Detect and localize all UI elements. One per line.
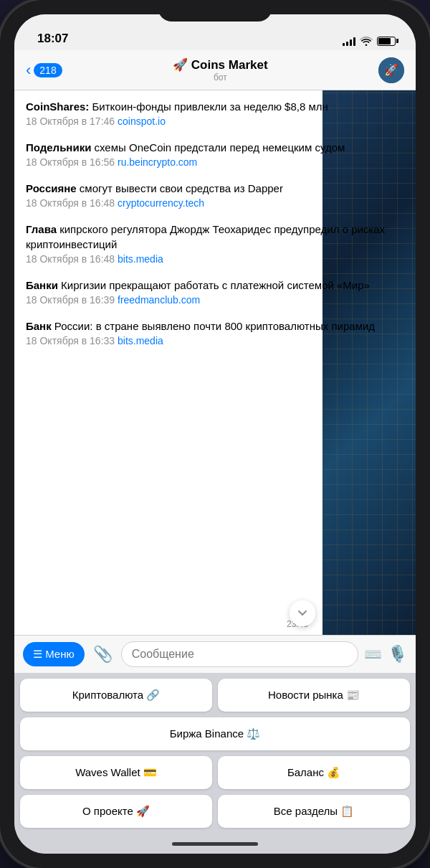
news-bold: Банки <box>26 279 58 291</box>
news-text: Россияне смогут вывести свои средства из… <box>26 181 404 196</box>
binance-button[interactable]: Биржа Binance ⚖️ <box>20 717 410 750</box>
svg-text:🚀: 🚀 <box>384 63 398 77</box>
battery-icon <box>377 37 396 46</box>
home-indicator <box>14 834 416 854</box>
nav-subtitle: бот <box>214 72 227 82</box>
home-bar <box>172 842 258 846</box>
news-meta: 18 Октября в 16:56 ru.beincrypto.com <box>26 156 404 168</box>
microphone-icon[interactable]: 🎙️ <box>388 645 407 664</box>
nav-bar: ‹ 218 🚀 Coins Market бот 🚀 <box>14 50 416 90</box>
about-button[interactable]: О проекте 🚀 <box>20 795 212 828</box>
scroll-down-button[interactable] <box>290 600 315 626</box>
list-item: Глава кипрского регулятора Джордж Теохар… <box>26 222 404 265</box>
news-text: Подельники схемы OneCoin предстали перед… <box>26 140 404 155</box>
market-news-button[interactable]: Новости рынка 📰 <box>218 679 410 712</box>
signal-icon <box>343 36 355 46</box>
all-sections-button[interactable]: Все разделы 📋 <box>218 795 410 828</box>
notch <box>158 0 272 22</box>
list-item: Подельники схемы OneCoin предстали перед… <box>26 140 404 168</box>
input-bar: ☰ Меню 📎 ⌨️ 🎙️ <box>14 635 416 673</box>
waves-wallet-button[interactable]: Waves Wallet 💳 <box>20 756 212 789</box>
news-link[interactable]: freedmanclub.com <box>118 294 200 306</box>
news-bold: Глава <box>26 223 57 235</box>
news-link[interactable]: cryptocurrency.tech <box>118 197 204 209</box>
status-icons <box>343 36 396 46</box>
news-text: CoinShares: Биткоин-фонды привлекли за н… <box>26 99 404 114</box>
status-time: 18:07 <box>37 32 68 46</box>
nav-title: 🚀 Coins Market <box>173 57 267 72</box>
news-bold: Россияне <box>26 182 77 194</box>
news-text: Банк России: в стране выявлено почти 800… <box>26 319 404 334</box>
nav-center: 🚀 Coins Market бот <box>62 57 378 82</box>
chat-content: CoinShares: Биткоин-фонды привлекли за н… <box>14 90 416 635</box>
bot-keyboard: Криптовалюта 🔗 Новости рынка 📰 Биржа Bin… <box>14 673 416 834</box>
list-item: Россияне смогут вывести свои средства из… <box>26 181 404 209</box>
news-bold: Банк <box>26 320 52 332</box>
keyboard-icon[interactable]: ⌨️ <box>364 646 382 663</box>
list-item: CoinShares: Биткоин-фонды привлекли за н… <box>26 99 404 127</box>
nav-back-button[interactable]: ‹ 218 <box>26 62 62 78</box>
balance-button[interactable]: Баланс 💰 <box>218 756 410 789</box>
list-item: Банки Киргизии прекращают работать с пла… <box>26 278 404 306</box>
crypto-button[interactable]: Криптовалюта 🔗 <box>20 679 212 712</box>
phone-screen: 18:07 <box>14 14 416 854</box>
back-chevron-icon: ‹ <box>26 62 31 78</box>
back-count-badge: 218 <box>34 63 62 77</box>
list-item: Банк России: в стране выявлено почти 800… <box>26 319 404 346</box>
news-bold: Подельники <box>26 141 91 154</box>
news-link[interactable]: coinspot.io <box>118 115 166 127</box>
message-input[interactable] <box>121 641 358 667</box>
chat-area: CoinShares: Биткоин-фонды привлекли за н… <box>14 90 416 635</box>
news-meta: 18 Октября в 16:39 freedmanclub.com <box>26 294 404 306</box>
news-link[interactable]: ru.beincrypto.com <box>118 156 197 168</box>
news-text: Глава кипрского регулятора Джордж Теохар… <box>26 222 404 252</box>
news-meta: 18 Октября в 16:33 bits.media <box>26 335 404 346</box>
news-meta: 18 Октября в 16:48 bits.media <box>26 253 404 265</box>
wifi-icon <box>360 36 373 46</box>
phone-frame: 18:07 <box>0 0 430 868</box>
news-link[interactable]: bits.media <box>118 253 163 265</box>
attach-icon[interactable]: 📎 <box>90 642 115 666</box>
menu-button[interactable]: ☰ Меню <box>23 642 85 666</box>
chevron-down-icon <box>297 608 308 619</box>
news-text: Банки Киргизии прекращают работать с пла… <box>26 278 404 293</box>
news-meta: 18 Октября в 16:48 cryptocurrency.tech <box>26 197 404 209</box>
avatar[interactable]: 🚀 <box>378 57 404 83</box>
news-link[interactable]: bits.media <box>118 335 163 346</box>
news-meta: 18 Октября в 17:46 coinspot.io <box>26 115 404 127</box>
news-bold: CoinShares: <box>26 100 89 113</box>
